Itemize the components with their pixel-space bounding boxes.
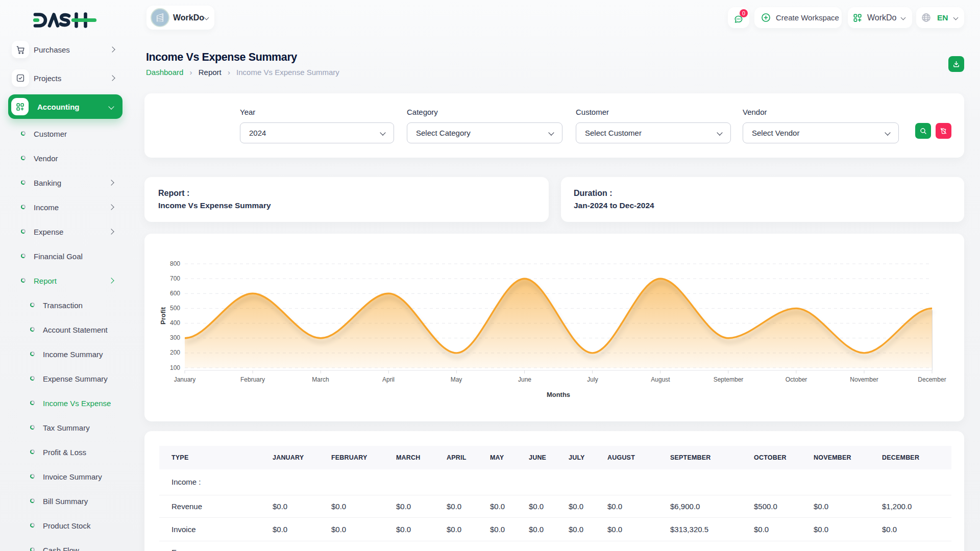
svg-text:Profit: Profit — [159, 307, 167, 324]
svg-text:600: 600 — [170, 290, 180, 297]
svg-text:100: 100 — [170, 364, 180, 371]
svg-text:January: January — [174, 376, 196, 383]
svg-text:Months: Months — [547, 391, 570, 398]
svg-text:400: 400 — [170, 319, 180, 327]
svg-text:200: 200 — [170, 349, 180, 356]
svg-text:April: April — [382, 376, 395, 383]
svg-text:300: 300 — [170, 334, 180, 341]
svg-text:October: October — [786, 376, 807, 383]
svg-text:December: December — [918, 376, 946, 383]
svg-text:May: May — [451, 376, 462, 383]
svg-text:July: July — [587, 376, 598, 383]
svg-text:November: November — [850, 376, 878, 383]
svg-text:800: 800 — [170, 260, 180, 267]
svg-text:March: March — [312, 376, 329, 383]
svg-text:700: 700 — [170, 275, 180, 282]
svg-text:500: 500 — [170, 305, 180, 312]
svg-text:August: August — [651, 376, 670, 383]
svg-text:June: June — [518, 376, 531, 383]
svg-text:September: September — [714, 376, 744, 383]
svg-text:February: February — [240, 376, 265, 383]
